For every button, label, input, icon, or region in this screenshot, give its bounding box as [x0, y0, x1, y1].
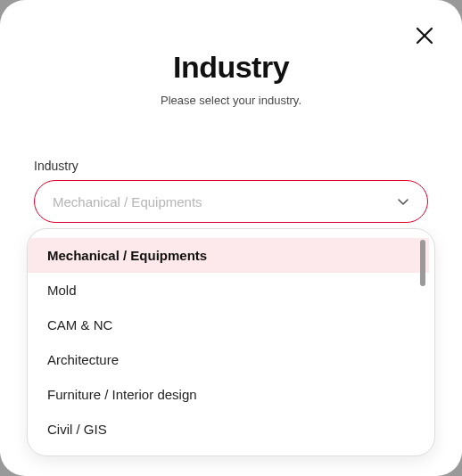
- option-mechanical-equipments[interactable]: Mechanical / Equipments: [28, 238, 429, 273]
- dropdown-scrollbar[interactable]: [420, 240, 425, 286]
- option-mold[interactable]: Mold: [28, 273, 429, 308]
- industry-modal: Industry Please select your industry. In…: [0, 0, 462, 476]
- dropdown-list: Mechanical / Equipments Mold CAM & NC Ar…: [28, 238, 429, 447]
- modal-title: Industry: [0, 50, 462, 85]
- field-label: Industry: [34, 159, 428, 173]
- chevron-down-icon: [397, 195, 409, 208]
- option-cam-nc[interactable]: CAM & NC: [28, 308, 429, 342]
- industry-field: Industry Mechanical / Equipments: [0, 159, 462, 223]
- option-furniture-interior[interactable]: Furniture / Interior design: [28, 377, 429, 412]
- close-button[interactable]: [412, 25, 437, 50]
- industry-dropdown: Mechanical / Equipments Mold CAM & NC Ar…: [27, 228, 435, 456]
- modal-subtitle: Please select your industry.: [0, 94, 462, 107]
- select-placeholder: Mechanical / Equipments: [53, 194, 202, 209]
- close-icon: [414, 25, 435, 50]
- industry-select[interactable]: Mechanical / Equipments: [34, 180, 428, 223]
- option-civil-gis[interactable]: Civil / GIS: [28, 412, 429, 447]
- option-architecture[interactable]: Architecture: [28, 342, 429, 377]
